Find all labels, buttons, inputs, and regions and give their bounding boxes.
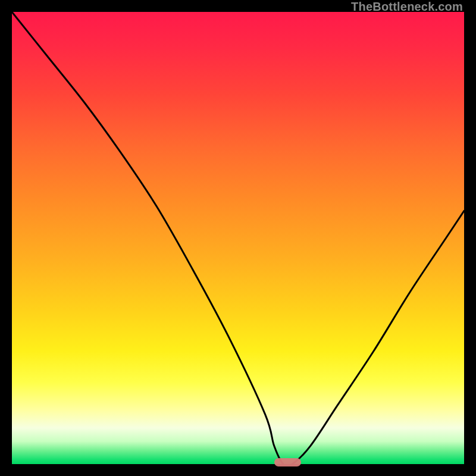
plot-area: [12, 12, 464, 464]
bottleneck-curve: [12, 12, 464, 464]
chart-frame: TheBottleneck.com: [0, 0, 476, 476]
optimal-marker: [274, 458, 302, 466]
